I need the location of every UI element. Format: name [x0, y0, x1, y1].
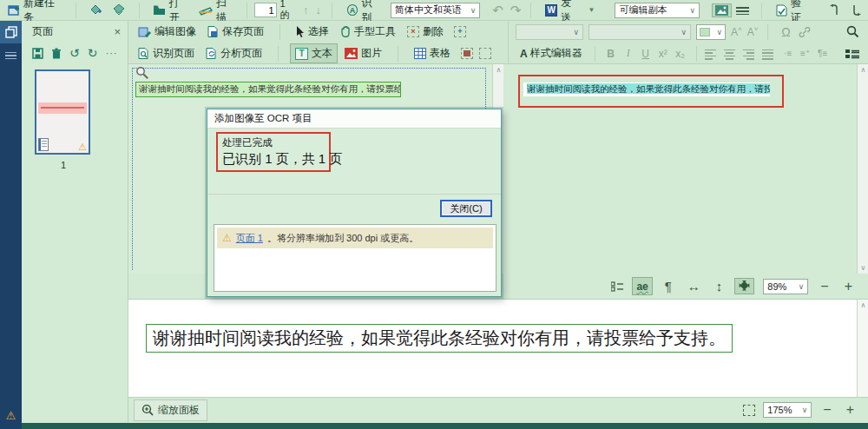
font-color-dropdown[interactable]: ∨	[696, 24, 726, 40]
page-number-input[interactable]	[254, 3, 277, 17]
delete-page-button[interactable]	[51, 48, 62, 59]
recognized-text-line[interactable]: 谢谢抽时间阅读我的经验，如果觉得此条经验对你有用，请投票给予支持。	[523, 82, 770, 96]
delete-area-label: 删除	[423, 24, 444, 39]
scroll-down-icon[interactable]: ∨	[858, 264, 868, 272]
paragraph-settings-button[interactable]: ¶≡	[815, 49, 831, 58]
zoom-panel-toggle-button[interactable]: 缩放面板	[134, 399, 207, 421]
zoom-in-button[interactable]: +	[841, 277, 856, 296]
align-center-button[interactable]	[724, 48, 735, 60]
zoom-panel-zoom-dropdown[interactable]: 89% ∨	[763, 279, 808, 294]
recognized-text: 谢谢抽时间阅读我的经验，如果觉得此条经验对你有用，请投票给予支持。	[527, 83, 770, 94]
dialog-title-bar[interactable]: 添加图像至 OCR 项目	[207, 109, 501, 129]
analyze-page-button[interactable]: 分析页面	[201, 44, 266, 63]
divider	[696, 46, 697, 62]
align-right-button[interactable]	[743, 48, 754, 60]
add-area-icon[interactable]: +	[454, 26, 466, 37]
fit-height-button[interactable]: ↕	[713, 277, 727, 295]
paragraph-marks-button[interactable]: ¶	[661, 277, 675, 295]
rotate-right-button[interactable]	[847, 3, 868, 17]
thumbnail-doc-icon	[38, 138, 49, 151]
divider	[767, 24, 768, 40]
table-area-tool-button[interactable]: 表格	[410, 44, 455, 63]
zoom-properties-button[interactable]	[611, 281, 623, 292]
delete-area-button[interactable]: × 删除	[403, 23, 448, 41]
save-pages-button[interactable]	[32, 48, 43, 59]
hyperlink-button[interactable]	[799, 27, 811, 37]
zoom-panel-scrollbar[interactable]: ∧	[857, 300, 868, 397]
rail-warning-icon[interactable]: ⚠	[0, 409, 22, 422]
scroll-up-icon[interactable]: ∧	[858, 66, 868, 74]
main-zoom-dropdown[interactable]: 175% ∨	[763, 402, 812, 418]
bold-button[interactable]: B	[603, 48, 619, 60]
page-down-button[interactable]: ↓	[315, 4, 321, 16]
recognize-page-button[interactable]: 识别页面	[134, 44, 199, 63]
show-image-view-button[interactable]	[712, 3, 732, 17]
line-spacing-button[interactable]: ·≡	[780, 49, 796, 58]
rotate-cw-button[interactable]: ↻	[88, 46, 98, 60]
rail-pages-tab[interactable]	[0, 21, 22, 43]
send-mode-dropdown[interactable]: 可编辑副本 ∨	[615, 3, 700, 18]
insert-symbol-button[interactable]: Ω	[778, 25, 793, 39]
add-images-dialog[interactable]: 添加图像至 OCR 项目 处理已完成 已识别 1 页，共 1 页 关闭(C) ⚠…	[207, 109, 502, 297]
search-button[interactable]	[846, 25, 859, 38]
font-dropdown[interactable]: ∨	[589, 24, 691, 40]
pages-stack-button[interactable]	[108, 3, 130, 18]
undo-button[interactable]: ↶	[492, 3, 503, 16]
selection-zoom-icon[interactable]	[743, 405, 755, 416]
page-thumbnail[interactable]: ⚠	[35, 69, 90, 155]
main-zoom-in-button[interactable]: +	[843, 400, 858, 419]
rotate-right-icon	[852, 4, 864, 16]
align-justify-button[interactable]	[762, 48, 773, 60]
superscript-button[interactable]: x²	[655, 48, 671, 60]
align-left-button[interactable]	[705, 48, 716, 60]
decrease-font-button[interactable]: A˅	[747, 25, 759, 38]
chevron-down-icon[interactable]: ▼	[588, 6, 595, 14]
recognition-area-icon[interactable]	[479, 48, 491, 59]
show-text-view-button[interactable]	[733, 4, 752, 16]
rotate-left-button[interactable]	[823, 3, 844, 17]
style-editor-button[interactable]: A 样式编辑器	[516, 44, 587, 63]
warning-page-link[interactable]: 页面 1	[236, 232, 263, 245]
chevron-down-icon: ∨	[716, 28, 722, 36]
style-dropdown[interactable]: ∨	[516, 24, 583, 40]
fit-page-button[interactable]	[734, 278, 754, 294]
fit-width-button[interactable]: ↔	[684, 277, 704, 295]
edit-image-icon	[138, 26, 151, 37]
subscript-button[interactable]: x₂	[673, 48, 688, 60]
more-options-button[interactable]: ···	[105, 48, 117, 58]
zoomed-text-block[interactable]: 谢谢抽时间阅读我的经验，如果觉得此条经验对你有用，请投票给予支持。	[146, 324, 733, 353]
edit-image-button[interactable]: 编辑图像	[134, 23, 201, 41]
annotation-box-status: 处理已完成 已识别 1 页，共 1 页	[216, 132, 331, 172]
recognize-page-label: 识别页面	[153, 46, 194, 61]
language-dropdown[interactable]: 简体中文和英语 ∨	[391, 3, 480, 18]
underline-button[interactable]: U	[638, 48, 654, 60]
scanned-text-block[interactable]: 谢谢抽时间阅读我的经验，如果觉得此条经验对你有用，请投票给予支持。	[135, 82, 401, 97]
select-tool-button[interactable]: 选择	[292, 23, 333, 41]
save-page-icon	[207, 26, 219, 37]
save-page-button[interactable]: 保存页面	[203, 23, 268, 41]
background-picture-area-icon[interactable]	[461, 48, 473, 59]
indent-button[interactable]: ≡⁺	[798, 49, 813, 58]
text-area-tool-button[interactable]: T 文本	[290, 43, 338, 63]
text-pane[interactable]: 谢谢抽时间阅读我的经验，如果觉得此条经验对你有用，请投票给予支持。 ∧ ∨	[503, 64, 868, 274]
show-uncertain-chars-button[interactable]: ae	[632, 277, 652, 295]
text-pane-scrollbar[interactable]: ∧ ∨	[857, 64, 868, 274]
rail-list-tab[interactable]	[0, 43, 22, 66]
add-pages-button[interactable]	[85, 3, 107, 18]
chevron-down-icon: ∨	[470, 6, 477, 15]
pages-panel-close-button[interactable]: ×	[114, 25, 121, 38]
redo-button[interactable]: ↷	[510, 3, 522, 16]
warning-icon: ⚠	[222, 232, 232, 244]
zoom-out-button[interactable]: −	[817, 277, 832, 296]
scroll-up-icon[interactable]: ∧	[858, 301, 868, 309]
hand-tool-button[interactable]: 手型工具	[336, 23, 400, 41]
picture-area-tool-button[interactable]: 图片	[340, 44, 386, 63]
main-zoom-out-button[interactable]: −	[819, 400, 834, 419]
increase-font-button[interactable]: A˄	[731, 25, 742, 38]
italic-button[interactable]: I	[621, 47, 636, 60]
rotate-ccw-button[interactable]: ↺	[69, 46, 80, 60]
page-up-button[interactable]: ↑	[303, 4, 309, 16]
zoom-panel: 谢谢抽时间阅读我的经验，如果觉得此条经验对你有用，请投票给予支持。 ∧	[128, 300, 868, 398]
dialog-close-button[interactable]: 关闭(C)	[440, 200, 492, 217]
text-properties-button[interactable]	[845, 49, 859, 59]
